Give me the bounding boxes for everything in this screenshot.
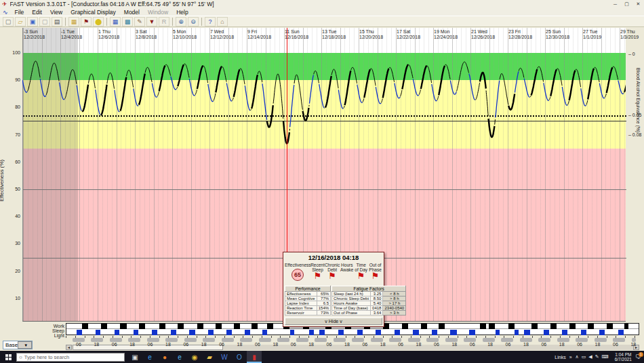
fatigue-factor-time: Timeof Day⚑: [354, 263, 368, 284]
threshold-button[interactable]: > 3 h: [383, 311, 406, 316]
sleep-segment: [581, 330, 586, 335]
threshold-button[interactable]: < 8 h: [383, 292, 406, 297]
curve-work-segment: [101, 85, 107, 115]
notification-center-icon[interactable]: 🗨1: [635, 354, 641, 360]
zoom-in-button[interactable]: ⊕: [176, 17, 186, 26]
work-segment: [82, 324, 88, 329]
date-label: 19 Mon12/24/2018: [434, 29, 458, 40]
save-button[interactable]: ▣: [27, 17, 38, 26]
exit-button[interactable]: ⌂: [217, 17, 228, 26]
curve-awake-segment: [214, 94, 216, 101]
start-button[interactable]: [0, 351, 16, 363]
open-button[interactable]: ▱: [15, 17, 26, 26]
curve-sleep-segment: [524, 79, 529, 98]
taskbar-word[interactable]: W: [217, 351, 232, 363]
taskbar-task-view[interactable]: ▣: [127, 351, 142, 363]
taskbar-ie[interactable]: e: [172, 351, 187, 363]
menu-item-file[interactable]: File: [11, 9, 28, 16]
taskbar-search-input[interactable]: ○ Type here to search: [16, 353, 125, 362]
minimize-button[interactable]: ─: [609, 0, 621, 8]
time-label: 18: [201, 342, 207, 347]
threshold-button[interactable]: 2340-0540: [383, 306, 406, 311]
work-segment: [101, 324, 107, 329]
keyboard-icon[interactable]: ⌨: [602, 354, 609, 359]
curve-sleep-segment: [395, 83, 400, 98]
system-tray: ∧▭◀✎⌨: [576, 354, 611, 360]
funnel-button[interactable]: ▼: [146, 17, 157, 26]
links-overflow-icon[interactable]: »: [569, 355, 572, 360]
curve-awake-segment: [389, 67, 395, 82]
threshold-button[interactable]: > 17 h: [383, 301, 406, 306]
sleep-segment: [245, 330, 250, 335]
pencil-button[interactable]: ✎: [134, 17, 145, 26]
grid-button[interactable]: ▦: [110, 17, 121, 26]
menu-item-window[interactable]: Window: [144, 9, 172, 16]
help-button[interactable]: ?: [205, 17, 216, 26]
r-button[interactable]: R: [159, 17, 169, 26]
curve-awake-segment: [419, 90, 421, 95]
curve-sleep-segment: [40, 79, 45, 96]
marker-button[interactable]: ⚑: [81, 17, 92, 26]
time-label: 18: [523, 342, 529, 347]
search-icon: ○: [19, 354, 22, 360]
curve-sleep-segment: [581, 88, 586, 106]
menu-item-view[interactable]: View: [46, 9, 66, 16]
taskbar-file-explorer[interactable]: ▰: [202, 351, 217, 363]
time-label: 06: [76, 342, 81, 347]
taskbar-fast-app[interactable]: ▮: [247, 351, 262, 363]
effectiveness-label: Effectiveness: [285, 263, 310, 267]
network-icon[interactable]: ▭: [582, 354, 586, 359]
taskbar-chrome[interactable]: ◉: [187, 351, 202, 363]
close-button[interactable]: ✕: [632, 0, 644, 8]
date-label: 9 Fri12/14/2018: [247, 29, 271, 40]
curve-work-segment: [345, 71, 351, 105]
taskbar-edge[interactable]: e: [142, 351, 157, 363]
sleep-segment: [524, 330, 530, 335]
date-label: 5 Mon12/10/2018: [173, 29, 197, 40]
performance-row: Reaction Time154%: [285, 306, 331, 311]
links-toolbar[interactable]: Links: [555, 355, 565, 360]
print-button[interactable]: ▤: [52, 17, 62, 26]
performance-row: Lapse Index6.5: [285, 301, 331, 306]
fatigue-factors-header[interactable]: Fatigue Factors: [332, 286, 406, 292]
chart-button[interactable]: ▩: [122, 17, 133, 26]
time-label: 06: [327, 342, 332, 347]
taskbar-clock[interactable]: 1:04 PM 6/7/2021: [615, 352, 632, 362]
curve-awake-segment: [475, 83, 480, 100]
hide-popup-button[interactable]: v Hide v: [285, 318, 382, 325]
exit-icon: ⌂: [220, 18, 224, 25]
scroll-left-arrow[interactable]: ◄: [66, 345, 72, 350]
performance-header[interactable]: Performance: [285, 286, 331, 292]
zoom-in-icon: ⊕: [178, 18, 184, 25]
curve-sleep-segment: [562, 87, 567, 105]
time-label: 18: [416, 342, 422, 347]
schedule-button[interactable]: ▦: [68, 17, 79, 26]
taskbar-outlook[interactable]: O: [232, 351, 247, 363]
work-segment: [120, 324, 126, 329]
curve-work-segment: [364, 69, 370, 98]
curve-sleep-segment: [618, 80, 624, 94]
pen-icon[interactable]: ✎: [595, 354, 599, 359]
work-segment: [139, 324, 145, 329]
chevron-down-icon[interactable]: ▼: [18, 341, 32, 349]
menu-item-edit[interactable]: Edit: [28, 9, 46, 16]
curve-sleep-segment: [515, 71, 519, 92]
menu-item-help[interactable]: Help: [172, 9, 192, 16]
volume-icon[interactable]: ◀: [588, 354, 592, 359]
red-flag-icon: ⚑: [310, 273, 325, 284]
new-button[interactable]: ▢: [3, 17, 14, 26]
copy-button[interactable]: ▢: [39, 17, 50, 26]
taskbar-firefox[interactable]: ●: [157, 351, 172, 363]
menu-item-model[interactable]: Model: [120, 9, 144, 16]
threshold-button[interactable]: > 8 h: [383, 297, 406, 301]
lamp-button[interactable]: ⬤: [93, 17, 104, 26]
print-icon: ▤: [54, 18, 60, 25]
zoom-out-button[interactable]: ⊖: [188, 17, 199, 26]
maximize-button[interactable]: ▢: [621, 0, 632, 8]
band-mode-select[interactable]: Base ▼: [3, 341, 33, 349]
light-segment: [259, 338, 271, 342]
sleep-segment: [599, 330, 605, 335]
curve-awake-segment: [567, 101, 569, 105]
tray-expand-icon[interactable]: ∧: [576, 354, 579, 359]
menu-item-graphical-display[interactable]: Graphical Display: [66, 9, 120, 16]
